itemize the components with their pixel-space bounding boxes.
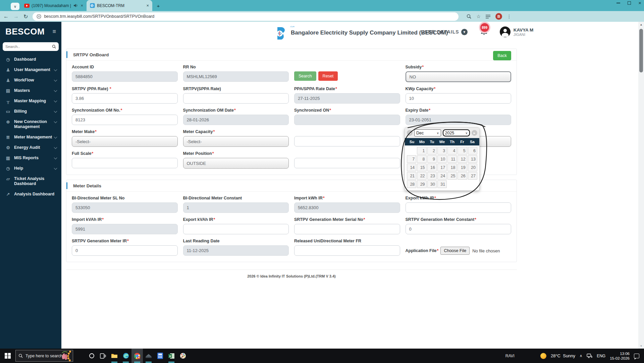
calendar-day[interactable]: 5 <box>458 147 467 155</box>
input-released-unidirectional-meter-fr[interactable] <box>294 245 400 256</box>
tab-close-icon[interactable]: × <box>146 3 150 8</box>
paint-icon[interactable] <box>177 349 189 363</box>
calendar-prev-icon[interactable]: ◄ <box>407 130 413 136</box>
select-meter-make[interactable]: -Select- <box>72 136 178 147</box>
scrollbar-down-arrow[interactable]: ▼ <box>638 343 644 349</box>
notifications-bell[interactable]: 899 <box>480 28 490 36</box>
calendar-day[interactable]: 19 <box>458 164 467 171</box>
back-icon[interactable]: ← <box>3 13 9 19</box>
calendar-day[interactable]: 18 <box>447 164 457 171</box>
network-icon[interactable] <box>587 354 592 358</box>
input-srtpv-ppa-rate[interactable] <box>72 93 178 104</box>
scrollbar[interactable]: ▲ ▼ <box>638 22 644 349</box>
window-minimize-button[interactable] <box>616 3 620 3</box>
calendar-day[interactable]: 27 <box>468 172 477 180</box>
select-subsidy[interactable]: NO <box>406 71 512 82</box>
back-button[interactable]: Back <box>493 51 511 60</box>
taskbar-chevron-up-icon[interactable]: ∧ <box>580 354 582 358</box>
calendar-day[interactable]: 21 <box>407 172 416 180</box>
browser-menu-icon[interactable]: ⋮ <box>507 14 512 19</box>
calendar-day[interactable]: 26 <box>458 172 467 180</box>
calendar-day[interactable]: 23 <box>427 172 437 180</box>
tab-bescom-trm[interactable]: BESCOM-TRM × <box>87 0 152 11</box>
sidebar-item-billing[interactable]: ▭Billing <box>0 106 61 117</box>
calendar-year-select[interactable]: 2025∨ <box>443 129 470 136</box>
edge-icon[interactable] <box>120 349 131 363</box>
input-field[interactable] <box>294 136 400 146</box>
calendar-day[interactable]: 31 <box>437 180 447 188</box>
input-synchronization-om-no[interactable] <box>72 115 178 125</box>
calendar-day[interactable]: 2 <box>427 147 437 155</box>
zoom-icon[interactable] <box>467 14 472 19</box>
input-export-kvah-ir[interactable] <box>183 224 289 234</box>
refresh-icon[interactable]: ↻ <box>23 13 28 20</box>
sidebar-item-master-mapping[interactable]: ╥Master Mapping <box>0 96 61 106</box>
tab-youtube[interactable]: (1097) Mounadaham | Tami × <box>21 0 87 11</box>
chevron-down-icon[interactable]: ▼ <box>461 29 468 35</box>
sidebar-item-analysis-dashboard[interactable]: ↗Analysis Dashboard <box>0 189 61 199</box>
clock[interactable]: 13:06 15-02-2026 <box>610 351 630 361</box>
taskbar-search[interactable]: Type here to search <box>15 350 73 362</box>
input-srtpv-generation-meter-constant[interactable] <box>406 224 512 234</box>
calendar-day[interactable]: 22 <box>417 172 426 180</box>
choose-file-button[interactable]: Choose File <box>440 247 470 255</box>
extensions-icon[interactable] <box>485 14 491 19</box>
calendar-day[interactable]: 9 <box>427 155 437 163</box>
input-kwp-capacity[interactable] <box>406 93 512 104</box>
calendar-day[interactable]: 30 <box>427 180 437 188</box>
scanner-app-icon[interactable] <box>143 349 154 363</box>
input-export-kwh-ir[interactable] <box>406 202 512 213</box>
sidebar-item-mis-reports[interactable]: ▥MIS Reports <box>0 153 61 163</box>
select-meter-position[interactable]: OUTSIDE <box>183 158 289 169</box>
sidebar-item-meter-management[interactable]: ≣Meter Management <box>0 132 61 142</box>
sidebar-item-help[interactable]: ◷Help <box>0 163 61 174</box>
sidebar-item-workflow[interactable]: ♟WorkFlow <box>0 75 61 85</box>
input-srtpv-sppa-rate[interactable] <box>183 93 289 104</box>
calendar-day[interactable]: 11 <box>447 155 457 163</box>
user-details-label[interactable]: USER DETAILS <box>421 29 459 35</box>
bookmark-star-icon[interactable]: ☆ <box>476 14 481 19</box>
sidebar-search[interactable] <box>3 42 59 51</box>
calendar-month-select[interactable]: Dec∨ <box>414 129 441 136</box>
hamburger-menu-icon[interactable]: ≡ <box>52 28 56 35</box>
calendar-day[interactable]: 7 <box>407 155 416 163</box>
calendar-day[interactable]: 14 <box>407 164 416 171</box>
weather-sun-icon[interactable] <box>540 353 546 359</box>
calendar-day[interactable]: 25 <box>447 172 457 180</box>
sidebar-item-new-connection-management[interactable]: ⊕New Connection Management <box>0 117 61 132</box>
calendar-day[interactable]: 8 <box>417 155 426 163</box>
address-bar[interactable]: bescom.trm.ieasybill.com/SRTPVOnboard/SR… <box>33 12 459 21</box>
chrome-icon[interactable]: B <box>131 349 143 363</box>
sidebar-item-energy-audit[interactable]: ⚙Energy Audit <box>0 142 61 153</box>
calendar-day[interactable]: 12 <box>458 155 467 163</box>
calendar-day[interactable]: 29 <box>417 180 426 188</box>
calendar-day[interactable]: 15 <box>417 164 426 171</box>
sidebar-item-dashboard[interactable]: ◷Dashboard <box>0 54 61 65</box>
calendar-day[interactable]: 20 <box>468 164 477 171</box>
calendar-day[interactable]: 3 <box>437 147 447 155</box>
calendar-day[interactable]: 17 <box>437 164 447 171</box>
avatar[interactable] <box>500 26 511 37</box>
sidebar-item-masters[interactable]: ▤Masters <box>0 85 61 96</box>
calendar-day[interactable]: 4 <box>447 147 457 155</box>
window-maximize-button[interactable] <box>628 1 631 5</box>
new-tab-button[interactable]: + <box>154 2 162 10</box>
calendar-day[interactable]: 28 <box>407 180 416 188</box>
browser-profile-avatar[interactable]: B <box>495 13 502 20</box>
input-srtpv-generation-meter-serial-no[interactable] <box>294 224 400 234</box>
start-button[interactable] <box>0 349 15 363</box>
sidebar-item-ticket-analysis-dashboard[interactable]: ▱Ticket Analysis Dashboard <box>0 174 61 189</box>
scrollbar-thumb[interactable] <box>639 29 643 72</box>
calculator-icon[interactable] <box>154 349 166 363</box>
cortana-icon[interactable] <box>86 349 97 363</box>
action-center-icon[interactable] <box>634 354 639 358</box>
forward-icon[interactable]: → <box>13 13 19 19</box>
weather-text[interactable]: 28°C Sunny <box>551 353 575 358</box>
task-view-icon[interactable] <box>97 349 109 363</box>
tab-search-button[interactable]: ∨ <box>11 3 19 10</box>
file-explorer-icon[interactable] <box>109 349 120 363</box>
input-field[interactable] <box>294 158 400 168</box>
scrollbar-up-arrow[interactable]: ▲ <box>638 22 644 27</box>
calendar-day[interactable]: 13 <box>468 155 477 163</box>
language-indicator[interactable]: ENG <box>597 354 605 358</box>
